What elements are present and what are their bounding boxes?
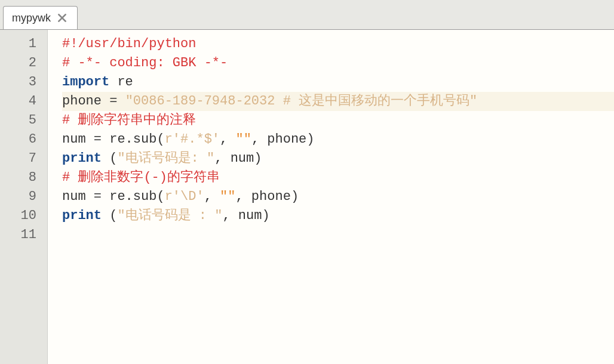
tab-bar: mypywk xyxy=(0,0,614,30)
code-token: ( xyxy=(156,189,164,204)
code-token: num xyxy=(62,189,94,204)
line-number: 9 xyxy=(0,187,47,206)
code-token: r'#.*$' xyxy=(165,132,220,147)
code-token: , phone xyxy=(235,189,290,204)
file-tab[interactable]: mypywk xyxy=(3,6,78,29)
code-token: # 删除字符串中的注释 xyxy=(62,113,196,128)
code-token: , xyxy=(204,189,220,204)
code-token: "0086-189-7948-2032 # 这是中国移动的一个手机号码" xyxy=(125,94,478,109)
code-token: , num xyxy=(214,151,254,166)
code-line: print ("电话号码是: ", num) xyxy=(62,149,614,168)
code-token: # -*- coding: GBK -*- xyxy=(62,55,228,70)
code-line: # 删除非数字(-)的字符串 xyxy=(62,168,614,187)
code-token: "电话号码是 : " xyxy=(117,208,222,223)
line-number: 8 xyxy=(0,168,47,187)
code-token: ) xyxy=(291,189,299,204)
code-token: ) xyxy=(262,208,269,223)
code-area[interactable]: #!/usr/bin/python# -*- coding: GBK -*-im… xyxy=(48,30,614,364)
editor: 1234567891011 #!/usr/bin/python# -*- cod… xyxy=(0,30,614,364)
code-token: , num xyxy=(222,208,262,223)
line-number: 7 xyxy=(0,149,47,168)
line-number: 1 xyxy=(0,35,47,54)
code-line xyxy=(62,226,614,245)
code-line: #!/usr/bin/python xyxy=(62,35,614,54)
code-token: print xyxy=(62,208,102,223)
code-token: "" xyxy=(220,189,235,204)
code-line: # 删除字符串中的注释 xyxy=(62,111,614,130)
code-token: "" xyxy=(235,132,251,147)
code-token: "电话号码是: " xyxy=(117,151,214,166)
line-number: 2 xyxy=(0,54,47,73)
code-line: num = re.sub(r'#.*$', "", phone) xyxy=(62,130,614,149)
code-token: ( xyxy=(109,208,117,223)
code-token: print xyxy=(62,151,102,166)
code-line: print ("电话号码是 : ", num) xyxy=(62,206,614,226)
line-number: 6 xyxy=(0,130,47,149)
line-number: 5 xyxy=(0,111,47,130)
code-token: #!/usr/bin/python xyxy=(62,36,196,51)
code-token: import xyxy=(62,75,109,90)
code-line: phone = "0086-189-7948-2032 # 这是中国移动的一个手… xyxy=(62,92,614,111)
code-token: phone xyxy=(62,94,109,109)
code-token xyxy=(102,208,109,223)
code-token: ( xyxy=(156,132,164,147)
code-token: , phone xyxy=(251,132,306,147)
gutter: 1234567891011 xyxy=(0,30,48,364)
code-token: = xyxy=(94,132,102,147)
code-token: = xyxy=(109,94,117,109)
code-token: ) xyxy=(254,151,262,166)
code-token: , xyxy=(220,132,235,147)
code-token xyxy=(102,151,109,166)
code-token: # 删除非数字(-)的字符串 xyxy=(62,170,220,185)
code-line: import re xyxy=(62,73,614,92)
code-token: num xyxy=(62,132,94,147)
code-line: # -*- coding: GBK -*- xyxy=(62,54,614,73)
code-token: re.sub xyxy=(102,189,156,204)
line-number: 11 xyxy=(0,226,47,245)
code-token: r'\D' xyxy=(165,189,204,204)
code-token: re xyxy=(109,75,133,90)
code-token: ) xyxy=(306,132,314,147)
tab-title: mypywk xyxy=(12,12,51,24)
line-number: 4 xyxy=(0,92,47,111)
code-token xyxy=(117,94,125,109)
code-token: ( xyxy=(109,151,117,166)
line-number: 10 xyxy=(0,206,47,226)
code-token: re.sub xyxy=(102,132,156,147)
code-line: num = re.sub(r'\D', "", phone) xyxy=(62,187,614,206)
close-icon[interactable] xyxy=(56,11,69,24)
line-number: 3 xyxy=(0,73,47,92)
code-token: = xyxy=(94,189,102,204)
